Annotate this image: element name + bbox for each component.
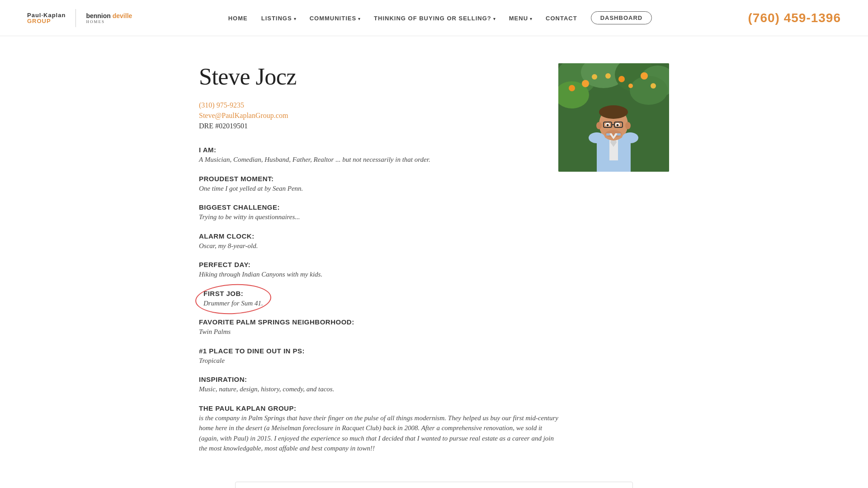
svg-point-23 xyxy=(596,122,602,129)
logo[interactable]: Paul·Kaplan GROUP bennion deville HOMES xyxy=(27,9,132,27)
qa-first-job: FIRST JOB: Drummer for Sum 41. xyxy=(203,290,558,309)
qa-paul-kaplan-group-answer: is the company in Palm Springs that have… xyxy=(199,413,558,454)
qa-perfect-day-answer: Hiking through Indian Canyons with my ki… xyxy=(199,269,558,280)
svg-point-8 xyxy=(592,74,597,80)
qa-favorite-neighborhood: FAVORITE PALM SPRINGS NEIGHBORHOOD: Twin… xyxy=(199,318,558,337)
qa-alarm-clock-label: ALARM CLOCK: xyxy=(199,232,558,240)
svg-point-28 xyxy=(617,124,619,127)
svg-rect-34 xyxy=(617,133,621,136)
profile-name: Steve Jocz xyxy=(199,63,558,90)
svg-point-6 xyxy=(630,76,668,105)
qa-biggest-challenge-label: BIGGEST CHALLENGE: xyxy=(199,203,558,211)
footer-contact-card: To contact Steve, call (310) 975-9235 xyxy=(235,482,633,488)
qa-proudest-moment-answer: One time I got yelled at by Sean Penn. xyxy=(199,183,558,194)
bennion-text: bennion xyxy=(86,12,112,19)
paul-kaplan-logo: Paul·Kaplan GROUP xyxy=(27,12,66,24)
qa-biggest-challenge-answer: Trying to be witty in questionnaires... xyxy=(199,212,558,222)
svg-point-7 xyxy=(582,80,589,87)
svg-point-13 xyxy=(628,84,633,88)
qa-favorite-neighborhood-label: FAVORITE PALM SPRINGS NEIGHBORHOOD: xyxy=(199,318,558,326)
svg-point-9 xyxy=(618,76,625,82)
navigation: Paul·Kaplan GROUP bennion deville HOMES … xyxy=(0,0,868,36)
qa-i-am-answer: A Musician, Comedian, Husband, Father, R… xyxy=(199,155,558,165)
qa-proudest-moment-label: PROUDEST MOMENT: xyxy=(199,175,558,183)
qa-alarm-clock-answer: Oscar, my 8-year-old. xyxy=(199,241,558,251)
qa-perfect-day-label: PERFECT DAY: xyxy=(199,261,558,268)
nav-item-dashboard[interactable]: DASHBOARD xyxy=(591,11,652,24)
nav-link-home[interactable]: HOME xyxy=(228,15,248,22)
nav-item-contact[interactable]: CONTACT xyxy=(546,14,577,22)
svg-point-10 xyxy=(641,72,648,80)
qa-first-job-answer: Drummer for Sum 41. xyxy=(203,298,263,309)
qa-inspiration-label: INSPIRATION: xyxy=(199,375,558,383)
qa-dine-out: #1 PLACE TO DINE OUT IN PS: Tropicale xyxy=(199,347,558,366)
qa-i-am-label: I AM: xyxy=(199,146,558,154)
footer-bar: To contact Steve, call (310) 975-9235 xyxy=(199,482,669,488)
qa-biggest-challenge: BIGGEST CHALLENGE: Trying to be witty in… xyxy=(199,203,558,222)
svg-point-30 xyxy=(589,132,605,143)
nav-link-menu[interactable]: MENU xyxy=(509,15,528,22)
nav-link-buying-selling[interactable]: THINKING OF BUYING OR SELLING? xyxy=(374,15,491,22)
profile-email[interactable]: Steve@PaulKaplanGroup.com xyxy=(199,112,558,120)
svg-point-12 xyxy=(569,85,575,91)
qa-section: I AM: A Musician, Comedian, Husband, Fat… xyxy=(199,146,558,454)
nav-item-communities[interactable]: COMMUNITIES xyxy=(310,14,360,22)
homes-text: HOMES xyxy=(86,19,132,24)
qa-favorite-neighborhood-answer: Twin Palms xyxy=(199,327,558,337)
nav-item-menu[interactable]: MENU xyxy=(509,14,532,22)
nav-item-listings[interactable]: LISTINGS xyxy=(261,14,296,22)
profile-phone[interactable]: (310) 975-9235 xyxy=(199,101,558,109)
qa-dine-out-answer: Tropicale xyxy=(199,356,558,366)
nav-link-communities[interactable]: COMMUNITIES xyxy=(310,15,356,22)
svg-point-27 xyxy=(607,124,609,127)
nav-phone[interactable]: (760) 459-1396 xyxy=(748,11,841,25)
svg-point-19 xyxy=(599,105,628,119)
nav-link-contact[interactable]: CONTACT xyxy=(546,15,577,22)
qa-alarm-clock: ALARM CLOCK: Oscar, my 8-year-old. xyxy=(199,232,558,251)
qa-paul-kaplan-group: THE PAUL KAPLAN GROUP: is the company in… xyxy=(199,404,558,454)
logo-group-text: GROUP xyxy=(27,18,66,24)
profile-photo-image xyxy=(558,63,669,172)
nav-link-listings[interactable]: LISTINGS xyxy=(261,15,292,22)
deville-text: deville xyxy=(113,12,132,19)
nav-links: HOME LISTINGS COMMUNITIES THINKING OF BU… xyxy=(228,11,652,24)
svg-rect-33 xyxy=(606,133,610,136)
qa-inspiration-answer: Music, nature, design, history, comedy, … xyxy=(199,384,558,394)
qa-proudest-moment: PROUDEST MOMENT: One time I got yelled a… xyxy=(199,175,558,194)
qa-paul-kaplan-group-label: THE PAUL KAPLAN GROUP: xyxy=(199,404,558,412)
profile-photo xyxy=(558,63,669,172)
dashboard-button[interactable]: DASHBOARD xyxy=(591,11,652,24)
profile-info: Steve Jocz (310) 975-9235 Steve@PaulKapl… xyxy=(199,63,558,464)
qa-i-am: I AM: A Musician, Comedian, Husband, Fat… xyxy=(199,146,558,165)
nav-item-buying-selling[interactable]: THINKING OF BUYING OR SELLING? xyxy=(374,14,495,22)
bennion-deville-logo: bennion deville HOMES xyxy=(86,12,132,24)
qa-perfect-day: PERFECT DAY: Hiking through Indian Canyo… xyxy=(199,261,558,280)
svg-point-11 xyxy=(651,83,656,89)
profile-dre: DRE #02019501 xyxy=(199,122,248,130)
first-job-highlight: FIRST JOB: Drummer for Sum 41. xyxy=(203,290,263,309)
logo-divider xyxy=(75,9,76,27)
qa-first-job-label: FIRST JOB: xyxy=(203,290,263,297)
nav-item-home[interactable]: HOME xyxy=(228,14,248,22)
logo-paul-kaplan-text: Paul·Kaplan xyxy=(27,12,66,18)
main-content: Steve Jocz (310) 975-9235 Steve@PaulKapl… xyxy=(163,36,705,488)
profile-header: Steve Jocz (310) 975-9235 Steve@PaulKapl… xyxy=(199,63,669,464)
svg-point-14 xyxy=(605,73,611,79)
svg-point-31 xyxy=(622,132,638,143)
svg-point-24 xyxy=(625,122,631,129)
qa-dine-out-label: #1 PLACE TO DINE OUT IN PS: xyxy=(199,347,558,355)
qa-inspiration: INSPIRATION: Music, nature, design, hist… xyxy=(199,375,558,394)
